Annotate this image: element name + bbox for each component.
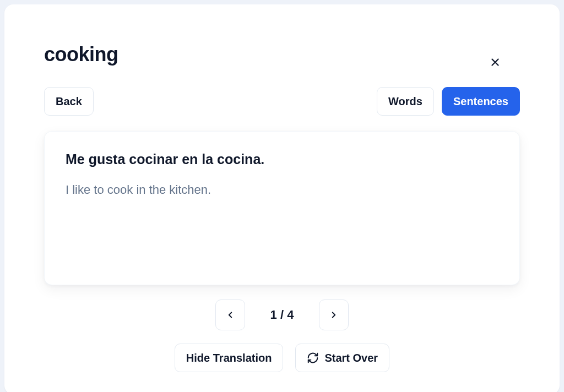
refresh-icon: [307, 352, 319, 364]
flashcard-sentence: Me gusta cocinar en la cocina.: [66, 151, 498, 167]
previous-button[interactable]: [215, 300, 245, 330]
flashcard: Me gusta cocinar en la cocina. I like to…: [44, 131, 520, 285]
close-button[interactable]: [486, 53, 505, 72]
page-title: cooking: [44, 43, 520, 66]
pager: 1 / 4: [44, 300, 520, 330]
tab-words[interactable]: Words: [377, 87, 434, 116]
start-over-button[interactable]: Start Over: [295, 344, 389, 372]
flashcard-translation: I like to cook in the kitchen.: [66, 183, 498, 197]
close-icon: [489, 56, 501, 68]
chevron-right-icon: [329, 310, 339, 320]
card-actions: Hide Translation Start Over: [44, 344, 520, 372]
mode-switch: Words Sentences: [377, 87, 520, 116]
pager-position: 1 / 4: [270, 308, 294, 322]
toggle-translation-button[interactable]: Hide Translation: [175, 344, 284, 372]
start-over-label: Start Over: [324, 352, 378, 364]
chevron-left-icon: [225, 310, 235, 320]
flashcard-modal: cooking Back Words Sentences Me gusta co…: [4, 4, 560, 392]
back-button[interactable]: Back: [44, 87, 94, 116]
next-button[interactable]: [319, 300, 349, 330]
tab-sentences[interactable]: Sentences: [442, 87, 520, 116]
toolbar: Back Words Sentences: [44, 87, 520, 116]
